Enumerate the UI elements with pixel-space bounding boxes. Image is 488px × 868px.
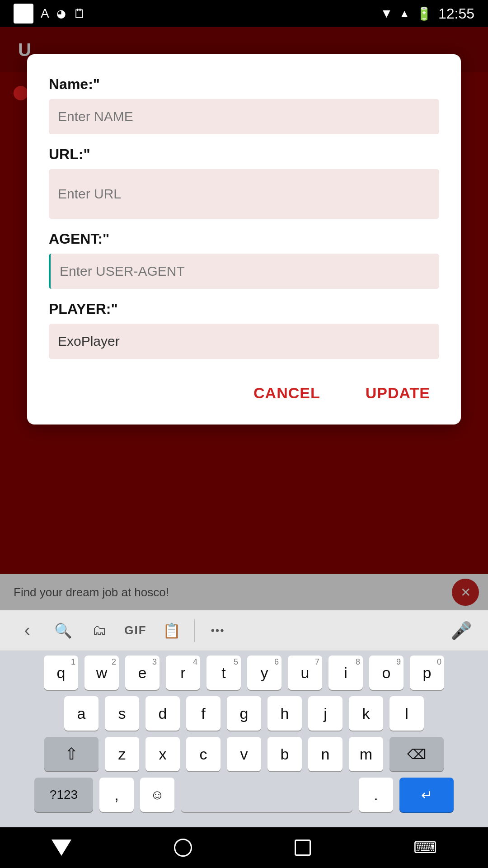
key-l[interactable]: l <box>389 696 424 731</box>
keyboard-row-2: a s d f g h j k l <box>0 696 488 731</box>
white-square-icon <box>14 4 33 24</box>
status-bar: A ◕ 🗒 ▼ ▲ 🔋 12:55 <box>0 0 488 27</box>
key-z[interactable]: z <box>105 737 139 771</box>
url-field-group: URL:" <box>49 146 439 231</box>
keyboard-search-button[interactable]: 🔍 <box>45 610 81 651</box>
agent-input[interactable] <box>49 254 439 289</box>
key-123[interactable]: ?123 <box>34 778 93 812</box>
key-r[interactable]: 4r <box>166 656 200 690</box>
key-s[interactable]: s <box>105 696 139 731</box>
keyboard-mic-button[interactable]: 🎤 <box>443 610 479 651</box>
home-circle-icon <box>174 839 192 857</box>
key-b[interactable]: b <box>267 737 302 771</box>
key-v[interactable]: v <box>227 737 261 771</box>
nav-recent-button[interactable] <box>281 835 324 860</box>
agent-field-group: AGENT:" <box>49 231 439 301</box>
agent-label: AGENT:" <box>49 231 439 247</box>
key-w[interactable]: 2w <box>84 656 119 690</box>
key-k[interactable]: k <box>349 696 383 731</box>
key-x[interactable]: x <box>145 737 180 771</box>
key-t[interactable]: 5t <box>206 656 241 690</box>
player-label: PLAYER:" <box>49 301 439 317</box>
nav-home-button[interactable] <box>160 834 206 861</box>
key-o[interactable]: 9o <box>369 656 404 690</box>
key-period[interactable]: . <box>359 778 393 812</box>
keyboard-row-1: 1q 2w 3e 4r 5t 6y 7u 8i 9o 0p <box>0 656 488 690</box>
keyboard-more-button[interactable]: ••• <box>200 610 236 651</box>
keyboard-row-3: ⇧ z x c v b n m ⌫ <box>0 737 488 771</box>
key-u[interactable]: 7u <box>288 656 322 690</box>
keyboard-row-4: ?123 , ☺ . ↵ <box>0 778 488 812</box>
key-p[interactable]: 0p <box>410 656 444 690</box>
key-n[interactable]: n <box>308 737 343 771</box>
key-m[interactable]: m <box>349 737 383 771</box>
key-f[interactable]: f <box>186 696 221 731</box>
keyboard-sticker-button[interactable]: 🗂 <box>81 610 117 651</box>
name-field-group: Name:" <box>49 76 439 146</box>
key-y[interactable]: 6y <box>247 656 282 690</box>
dots-icon: ◕ <box>56 7 66 20</box>
nav-keyboard-button[interactable]: ⌨ <box>400 834 450 862</box>
back-triangle-icon <box>52 840 71 856</box>
key-e[interactable]: 3e <box>125 656 160 690</box>
key-j[interactable]: j <box>308 696 343 731</box>
clipboard-icon: 🗒 <box>73 6 86 21</box>
url-input[interactable] <box>49 169 439 219</box>
nav-back-button[interactable] <box>38 835 85 860</box>
key-space[interactable] <box>181 778 352 812</box>
toolbar-divider <box>194 619 195 642</box>
battery-icon: 🔋 <box>416 6 432 21</box>
status-bar-left: A ◕ 🗒 <box>14 4 86 24</box>
dialog-actions: CANCEL UPDATE <box>49 380 439 406</box>
key-comma[interactable]: , <box>99 778 134 812</box>
key-a[interactable]: a <box>64 696 99 731</box>
key-g[interactable]: g <box>227 696 261 731</box>
key-c[interactable]: c <box>186 737 221 771</box>
key-backspace[interactable]: ⌫ <box>389 737 444 771</box>
key-emoji[interactable]: ☺ <box>140 778 174 812</box>
url-label: URL:" <box>49 146 439 163</box>
key-enter[interactable]: ↵ <box>399 778 454 812</box>
keyboard-gif-button[interactable]: GIF <box>117 610 154 651</box>
key-h[interactable]: h <box>267 696 302 731</box>
signal-icon: ▲ <box>399 7 410 20</box>
status-bar-right: ▼ ▲ 🔋 12:55 <box>380 5 474 22</box>
name-input[interactable] <box>49 99 439 134</box>
edit-dialog: Name:" URL:" AGENT:" PLAYER:" CANCEL UPD… <box>27 54 461 425</box>
keyboard-toolbar: ‹ 🔍 🗂 GIF 📋 ••• 🎤 <box>0 610 488 651</box>
accessibility-icon: A <box>41 6 49 21</box>
player-input[interactable] <box>49 324 439 359</box>
key-shift[interactable]: ⇧ <box>44 737 99 771</box>
clock: 12:55 <box>438 5 474 22</box>
recent-square-icon <box>295 840 311 856</box>
cancel-button[interactable]: CANCEL <box>244 380 329 406</box>
key-d[interactable]: d <box>145 696 180 731</box>
wifi-icon: ▼ <box>380 6 393 21</box>
key-i[interactable]: 8i <box>328 656 363 690</box>
player-field-group: PLAYER:" <box>49 301 439 371</box>
name-label: Name:" <box>49 76 439 93</box>
keyboard: 1q 2w 3e 4r 5t 6y 7u 8i 9o 0p a s d f g … <box>0 651 488 827</box>
update-button[interactable]: UPDATE <box>357 380 439 406</box>
key-q[interactable]: 1q <box>44 656 78 690</box>
keyboard-clipboard-button[interactable]: 📋 <box>154 610 190 651</box>
navigation-bar: ⌨ <box>0 827 488 868</box>
keyboard-back-button[interactable]: ‹ <box>9 610 45 651</box>
